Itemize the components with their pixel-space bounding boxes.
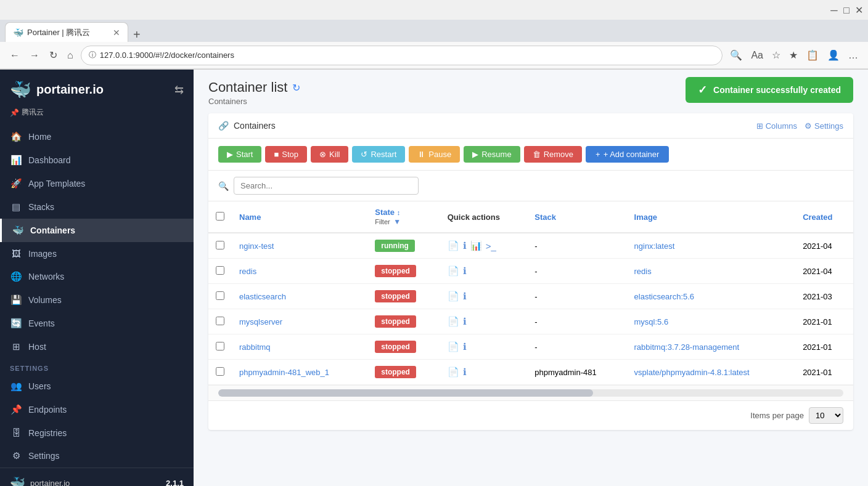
quick-actions: 📄 ℹ xyxy=(448,316,520,327)
inspect-icon[interactable]: ℹ xyxy=(463,240,467,251)
restart-button[interactable]: ↺ Restart xyxy=(352,146,405,163)
stats-icon[interactable]: 📊 xyxy=(470,240,482,251)
row-checkbox[interactable] xyxy=(216,342,224,350)
image-link[interactable]: vsplate/phpmyadmin-4.8.1:latest xyxy=(634,368,750,377)
select-all-checkbox[interactable] xyxy=(216,212,224,221)
more-button[interactable]: … xyxy=(846,47,861,63)
footer-logo-text: portainer.io xyxy=(30,479,70,487)
container-name-link[interactable]: redis xyxy=(239,267,256,276)
maximize-button[interactable]: □ xyxy=(842,6,851,14)
sidebar-item-dashboard[interactable]: 📊 Dashboard xyxy=(0,148,194,172)
horizontal-scrollbar[interactable] xyxy=(218,389,843,397)
remove-button[interactable]: 🗑 Remove xyxy=(524,146,582,163)
stop-button[interactable]: ■ Stop xyxy=(265,146,307,163)
container-name-link[interactable]: phpmyadmin-481_web_1 xyxy=(239,368,329,377)
profile-button[interactable]: 👤 xyxy=(825,47,842,63)
row-checkbox[interactable] xyxy=(216,367,224,376)
logs-icon[interactable]: 📄 xyxy=(448,291,459,302)
col-header-state[interactable]: State ↕ Filter ▼ xyxy=(367,201,440,233)
search-input[interactable] xyxy=(234,177,419,195)
pause-button[interactable]: ⏸ Pause xyxy=(409,146,460,163)
container-name-link[interactable]: mysqlserver xyxy=(239,317,282,326)
bookmark-star-button[interactable]: ☆ xyxy=(769,47,783,63)
items-per-page-label: Items per page xyxy=(750,411,804,420)
close-button[interactable]: ✕ xyxy=(854,6,863,14)
sidebar-item-users[interactable]: 👥 Users xyxy=(0,375,194,398)
created-cell: 2021-04 xyxy=(795,233,853,259)
row-checkbox[interactable] xyxy=(216,291,224,300)
sidebar-item-stacks[interactable]: ▤ Stacks xyxy=(0,195,194,219)
image-link[interactable]: elasticsearch:5.6 xyxy=(634,292,695,301)
sidebar-item-events[interactable]: 🔄 Events xyxy=(0,312,194,335)
row-checkbox[interactable] xyxy=(216,317,224,325)
panel-footer: Items per page 10 25 50 100 xyxy=(208,400,853,430)
home-button[interactable]: ⌂ xyxy=(65,47,76,63)
console-icon[interactable]: >_ xyxy=(486,241,496,251)
back-button[interactable]: ← xyxy=(7,47,22,63)
window-controls[interactable]: ─ □ ✕ xyxy=(830,6,863,14)
inspect-icon[interactable]: ℹ xyxy=(463,367,467,378)
sidebar-item-settings[interactable]: ⚙ Settings xyxy=(0,444,194,468)
sidebar-toggle-icon[interactable]: ⇆ xyxy=(174,83,184,97)
items-per-page-select[interactable]: 10 25 50 100 xyxy=(809,407,843,424)
image-link[interactable]: rabbitmq:3.7.28-management xyxy=(634,342,740,352)
created-cell: 2021-01 xyxy=(795,334,853,360)
sidebar-item-label-registries: Registries xyxy=(28,428,67,438)
image-link[interactable]: redis xyxy=(634,267,652,276)
browser-toolbar: ← → ↻ ⌂ ⓘ 127.0.0.1:9000/#!/2/docker/con… xyxy=(0,42,868,69)
inspect-icon[interactable]: ℹ xyxy=(463,265,467,277)
columns-button[interactable]: ⊞ Columns xyxy=(756,121,797,131)
forward-button[interactable]: → xyxy=(27,47,42,63)
favorites-button[interactable]: ★ xyxy=(787,47,800,63)
browser-tabbar: 🐳 Portainer | 腾讯云 ✕ + xyxy=(0,20,868,42)
reload-button[interactable]: ↻ xyxy=(47,47,60,63)
quick-actions: 📄 ℹ xyxy=(448,265,520,277)
sidebar-item-registries[interactable]: 🗄 Registries xyxy=(0,421,194,444)
container-name-link[interactable]: elasticsearch xyxy=(239,292,286,301)
translate-button[interactable]: Aa xyxy=(748,47,766,63)
row-checkbox[interactable] xyxy=(216,266,224,275)
new-tab-button[interactable]: + xyxy=(128,28,145,42)
sidebar-item-containers[interactable]: 🐳 Containers xyxy=(0,219,194,242)
container-name-link[interactable]: nginx-test xyxy=(239,241,274,251)
settings-panel-icon: ⚙ xyxy=(805,121,812,131)
collections-button[interactable]: 📋 xyxy=(804,47,821,63)
table-row: phpmyadmin-481_web_1 stopped 📄 ℹ phpmyad… xyxy=(208,360,853,385)
tab-close-icon[interactable]: ✕ xyxy=(113,28,120,38)
logs-icon[interactable]: 📄 xyxy=(448,367,459,378)
kill-button[interactable]: ⊗ Kill xyxy=(311,146,348,163)
active-browser-tab[interactable]: 🐳 Portainer | 腾讯云 ✕ xyxy=(5,22,128,42)
logs-icon[interactable]: 📄 xyxy=(448,265,459,277)
inspect-icon[interactable]: ℹ xyxy=(463,341,467,352)
sidebar-item-app-templates[interactable]: 🚀 App Templates xyxy=(0,172,194,195)
sidebar-item-home[interactable]: 🏠 Home xyxy=(0,125,194,148)
panel-title-icon: 🔗 xyxy=(218,121,229,131)
logs-icon[interactable]: 📄 xyxy=(448,316,459,327)
address-bar[interactable]: ⓘ 127.0.0.1:9000/#!/2/docker/containers xyxy=(81,46,723,65)
sidebar-item-networks[interactable]: 🌐 Networks xyxy=(0,265,194,288)
image-link[interactable]: mysql:5.6 xyxy=(634,317,669,326)
settings-panel-button[interactable]: ⚙ Settings xyxy=(805,121,843,131)
container-name-link[interactable]: rabbitmq xyxy=(239,342,271,352)
inspect-icon[interactable]: ℹ xyxy=(463,316,467,327)
sidebar-item-host[interactable]: ⊞ Host xyxy=(0,335,194,358)
row-checkbox[interactable] xyxy=(216,241,224,249)
refresh-icon[interactable]: ↻ xyxy=(292,82,300,94)
add-container-button[interactable]: + + Add container xyxy=(586,146,669,163)
logs-icon[interactable]: 📄 xyxy=(448,341,459,352)
start-button[interactable]: ▶ Start xyxy=(218,146,261,163)
page-title-text: Container list xyxy=(208,79,287,95)
minimize-button[interactable]: ─ xyxy=(830,6,838,14)
inspect-icon[interactable]: ℹ xyxy=(463,291,467,302)
search-browser-button[interactable]: 🔍 xyxy=(727,47,745,63)
images-nav-icon: 🖼 xyxy=(10,248,22,259)
logs-icon[interactable]: 📄 xyxy=(448,240,459,251)
stack-cell: phpmyadmin-481 xyxy=(527,360,626,385)
state-filter-icon[interactable]: ▼ xyxy=(393,217,401,226)
sidebar-item-images[interactable]: 🖼 Images xyxy=(0,242,194,265)
sidebar-item-endpoints[interactable]: 📌 Endpoints xyxy=(0,398,194,421)
lock-icon: ⓘ xyxy=(89,50,96,60)
resume-button[interactable]: ▶ Resume xyxy=(464,146,520,163)
sidebar-item-volumes[interactable]: 💾 Volumes xyxy=(0,288,194,312)
image-link[interactable]: nginx:latest xyxy=(634,241,675,251)
